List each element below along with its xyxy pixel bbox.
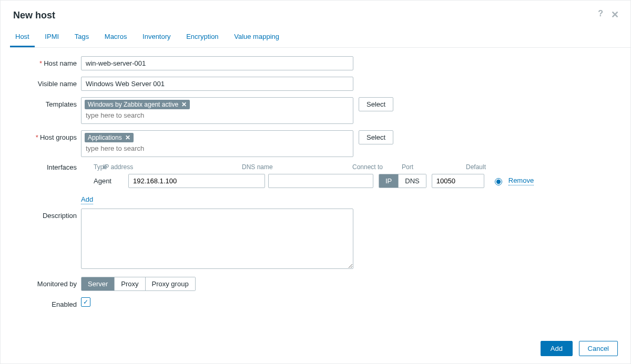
connect-to-segmented: IP DNS xyxy=(379,174,426,188)
interface-default-radio[interactable] xyxy=(495,178,502,185)
label-monitored-by: Monitored by xyxy=(1,277,81,288)
interface-ip-input[interactable] xyxy=(128,174,265,188)
groups-select-button[interactable]: Select xyxy=(359,130,393,144)
monitored-by-segmented: Server Proxy Proxy group xyxy=(81,277,196,291)
label-enabled: Enabled xyxy=(1,297,81,308)
interface-header-row: Type IP address DNS name Connect to Port… xyxy=(81,163,581,171)
dialog-header: New host ? ✕ xyxy=(1,1,630,23)
add-button[interactable]: Add xyxy=(541,341,573,356)
tab-bar: Host IPMI Tags Macros Inventory Encrypti… xyxy=(10,33,630,48)
template-chip-label: Windows by Zabbix agent active xyxy=(88,101,178,108)
monitored-proxy-group-button[interactable]: Proxy group xyxy=(145,277,195,290)
tab-host[interactable]: Host xyxy=(10,33,35,47)
remove-group-icon[interactable]: ✕ xyxy=(125,134,130,141)
groups-search-input[interactable] xyxy=(85,142,339,154)
label-interfaces: Interfaces xyxy=(1,163,81,171)
templates-select-button[interactable]: Select xyxy=(359,97,393,111)
connect-ip-button[interactable]: IP xyxy=(379,174,398,188)
group-chip-label: Applications xyxy=(88,134,122,141)
col-header-type: Type xyxy=(81,163,103,171)
label-visible-name: Visible name xyxy=(1,77,81,88)
templates-search-input[interactable] xyxy=(85,109,339,121)
group-chip[interactable]: Applications ✕ xyxy=(85,133,134,142)
interface-row: Agent IP DNS Remove xyxy=(81,174,581,188)
monitored-proxy-button[interactable]: Proxy xyxy=(114,277,145,290)
interface-remove-link[interactable]: Remove xyxy=(508,176,534,185)
template-chip[interactable]: Windows by Zabbix agent active ✕ xyxy=(85,100,190,109)
interface-type: Agent xyxy=(81,177,128,185)
cancel-button[interactable]: Cancel xyxy=(579,341,618,356)
col-header-default: Default xyxy=(466,163,508,171)
groups-multiselect[interactable]: Applications ✕ xyxy=(81,130,353,157)
host-name-input[interactable] xyxy=(81,56,353,70)
tab-value-mapping[interactable]: Value mapping xyxy=(229,33,284,46)
visible-name-input[interactable] xyxy=(81,77,353,91)
remove-template-icon[interactable]: ✕ xyxy=(181,101,187,108)
label-description: Description xyxy=(1,209,81,220)
label-host-groups: *Host groups xyxy=(1,130,81,141)
col-header-port: Port xyxy=(402,163,466,171)
tab-ipmi[interactable]: IPMI xyxy=(39,33,64,46)
dialog-footer: Add Cancel xyxy=(541,341,618,356)
col-header-dns: DNS name xyxy=(242,163,352,171)
tab-macros[interactable]: Macros xyxy=(99,33,133,46)
templates-multiselect[interactable]: Windows by Zabbix agent active ✕ xyxy=(81,97,353,124)
add-interface-link[interactable]: Add xyxy=(81,195,93,204)
interface-dns-input[interactable] xyxy=(268,174,373,188)
interface-port-input[interactable] xyxy=(432,174,484,188)
tab-inventory[interactable]: Inventory xyxy=(137,33,176,46)
close-icon[interactable]: ✕ xyxy=(611,9,619,20)
new-host-dialog: New host ? ✕ Host IPMI Tags Macros Inven… xyxy=(0,0,631,364)
tab-tags[interactable]: Tags xyxy=(69,33,94,46)
col-header-ip: IP address xyxy=(103,163,242,171)
description-textarea[interactable] xyxy=(81,209,353,269)
label-host-name: *Host name xyxy=(1,56,81,67)
enabled-checkbox[interactable]: ✓ xyxy=(81,297,90,307)
connect-dns-button[interactable]: DNS xyxy=(398,174,425,188)
col-header-connect: Connect to xyxy=(352,163,402,171)
dialog-title: New host xyxy=(13,10,618,21)
tab-encryption[interactable]: Encryption xyxy=(181,33,223,46)
monitored-server-button[interactable]: Server xyxy=(82,277,114,290)
help-icon[interactable]: ? xyxy=(598,9,603,18)
label-templates: Templates xyxy=(1,97,81,108)
form-body: *Host name Visible name Templates Window… xyxy=(1,48,630,308)
